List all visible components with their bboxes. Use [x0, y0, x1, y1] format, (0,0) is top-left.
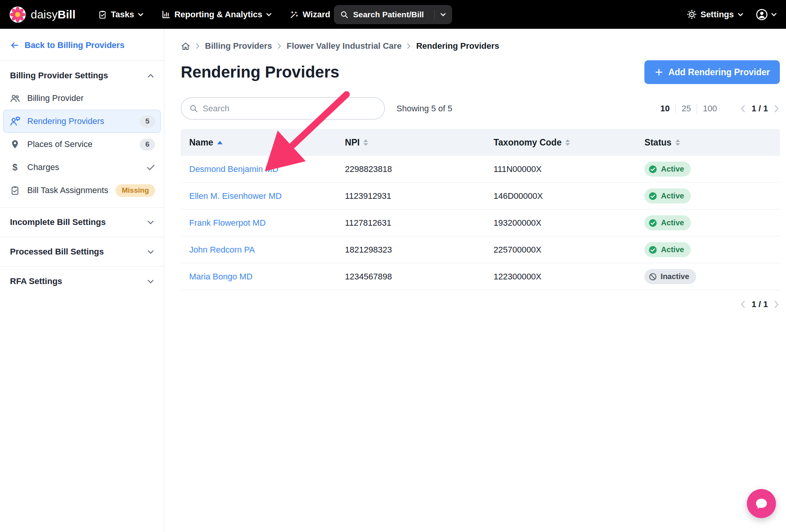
nav-reporting-analytics[interactable]: Reporting & Analytics	[161, 10, 272, 20]
providers-table: Name NPI Taxonomy Code St	[181, 129, 780, 290]
section-title: Billing Provider Settings	[10, 71, 108, 81]
nav-tasks[interactable]: Tasks	[98, 10, 144, 20]
provider-name-link[interactable]: John Redcorn PA	[189, 245, 255, 254]
page-size-10[interactable]: 10	[655, 104, 675, 114]
column-label: Name	[189, 137, 213, 148]
showing-count: Showing 5 of 5	[396, 104, 452, 114]
provider-name-link[interactable]: Ellen M. Eisenhower MD	[189, 191, 282, 201]
people-icon	[9, 93, 21, 104]
pager-bottom-wrap: 1 / 1	[181, 299, 780, 309]
taxonomy-value: 146D00000X	[485, 191, 636, 201]
section-title: Processed Bill Settings	[10, 247, 104, 257]
breadcrumb-flower-valley[interactable]: Flower Valley Industrial Care	[287, 41, 402, 51]
npi-value: 1234567898	[337, 272, 485, 282]
chevron-down-icon	[147, 250, 154, 254]
status-badge-inactive: Inactive	[644, 269, 696, 284]
top-nav: daisyBill Tasks Reporting & Analytics	[0, 0, 786, 29]
tasks-clipboard-icon	[98, 10, 107, 19]
status-badge-active: Active	[644, 162, 691, 177]
chat-bubble-icon	[754, 496, 769, 511]
page-indicator: 1 / 1	[751, 299, 768, 309]
column-header-npi[interactable]: NPI	[337, 137, 485, 148]
page-title: Rendering Providers	[181, 63, 339, 81]
section-processed-bill-settings[interactable]: Processed Bill Settings	[0, 237, 164, 266]
table-row: Desmond Benjamin MD 2298823818 111N00000…	[181, 156, 780, 183]
check-icon	[147, 164, 155, 171]
chevron-right-icon	[407, 43, 411, 49]
nav-account-menu[interactable]	[756, 8, 777, 21]
prev-page-button[interactable]	[740, 104, 746, 114]
brand-logo[interactable]: daisyBill	[9, 6, 76, 23]
column-header-name[interactable]: Name	[181, 137, 337, 148]
breadcrumb-billing-providers[interactable]: Billing Providers	[205, 41, 272, 51]
page-size-100[interactable]: 100	[697, 104, 723, 114]
status-badge-active: Active	[644, 215, 691, 230]
sidebar-items: Billing Provider Rendering Providers 5	[0, 87, 164, 207]
missing-badge: Missing	[116, 184, 155, 197]
column-label: NPI	[345, 137, 360, 148]
sidebar-item-places-of-service[interactable]: Places of Service 6	[3, 133, 161, 156]
sidebar-item-rendering-providers[interactable]: Rendering Providers 5	[3, 110, 161, 133]
column-header-taxonomy-code[interactable]: Taxonomy Code	[485, 137, 636, 148]
npi-value: 2298823818	[337, 164, 485, 174]
search-input[interactable]	[203, 104, 376, 114]
table-row: Maria Bongo MD 1234567898 122300000X Ina…	[181, 263, 780, 290]
back-to-billing-providers-link[interactable]: Back to Billing Providers	[0, 29, 164, 60]
clipboard-icon	[9, 185, 21, 195]
prev-page-button[interactable]	[740, 299, 746, 309]
plus-icon	[654, 68, 664, 77]
sidebar-item-charges[interactable]: $ Charges	[3, 156, 161, 179]
next-page-button[interactable]	[773, 104, 780, 114]
breadcrumb-current: Rendering Providers	[416, 41, 499, 51]
brand-name: daisyBill	[31, 8, 76, 21]
provider-name-link[interactable]: Maria Bongo MD	[189, 272, 253, 281]
title-row: Rendering Providers Add Rendering Provid…	[181, 60, 780, 84]
chevron-down-icon	[266, 13, 272, 17]
chat-widget-button[interactable]	[747, 489, 776, 518]
taxonomy-value: 225700000X	[485, 245, 636, 255]
provider-name-link[interactable]: Desmond Benjamin MD	[189, 164, 278, 174]
sidebar-item-label: Billing Provider	[27, 93, 84, 103]
chevron-down-icon	[147, 279, 154, 284]
nav-settings-label: Settings	[700, 10, 734, 20]
count-badge: 5	[140, 116, 155, 127]
chevron-down-icon	[738, 13, 743, 17]
page-size-25[interactable]: 25	[675, 104, 697, 114]
sort-icon	[363, 139, 368, 146]
status-label: Active	[661, 218, 684, 227]
table-row: Frank Flowerpot MD 1127812631 193200000X…	[181, 210, 780, 236]
column-label: Status	[644, 137, 671, 148]
sidebar-item-bill-task-assignments[interactable]: Bill Task Assignments Missing	[3, 179, 161, 202]
count-badge: 6	[140, 139, 155, 150]
nav-settings[interactable]: Settings	[687, 10, 743, 20]
chevron-right-icon	[196, 43, 200, 49]
add-rendering-provider-button[interactable]: Add Rendering Provider	[644, 60, 780, 84]
column-header-status[interactable]: Status	[636, 137, 780, 148]
page-size-selector: 10 25 100	[655, 104, 723, 114]
sort-icon	[675, 139, 680, 146]
pager-top: 1 / 1	[740, 104, 780, 114]
table-header: Name NPI Taxonomy Code St	[181, 129, 780, 156]
status-label: Inactive	[661, 272, 689, 281]
breadcrumb: Billing Providers Flower Valley Industri…	[181, 29, 780, 52]
provider-name-link[interactable]: Frank Flowerpot MD	[189, 218, 266, 228]
user-circle-icon	[756, 8, 768, 21]
table-row: John Redcorn PA 1821298323 225700000X Ac…	[181, 236, 780, 263]
search-icon	[189, 104, 198, 113]
nav-wizard[interactable]: Wizard	[289, 10, 340, 20]
sidebar: Back to Billing Providers Billing Provid…	[0, 29, 164, 532]
section-billing-provider-settings[interactable]: Billing Provider Settings	[0, 61, 164, 87]
section-incomplete-bill-settings[interactable]: Incomplete Bill Settings	[0, 208, 164, 237]
add-button-label: Add Rendering Provider	[668, 67, 770, 78]
global-search-button[interactable]: Search Patient/Bill	[334, 5, 452, 24]
status-badge-active: Active	[644, 242, 691, 257]
home-icon[interactable]	[181, 41, 190, 51]
sidebar-item-billing-provider[interactable]: Billing Provider	[3, 87, 161, 110]
section-rfa-settings[interactable]: RFA Settings	[0, 267, 164, 296]
global-search-label: Search Patient/Bill	[353, 10, 424, 19]
sidebar-item-label: Bill Task Assignments	[27, 185, 108, 195]
search-icon	[340, 10, 348, 19]
next-page-button[interactable]	[773, 299, 780, 309]
pager-bottom: 1 / 1	[740, 299, 780, 309]
check-circle-icon	[648, 192, 657, 201]
